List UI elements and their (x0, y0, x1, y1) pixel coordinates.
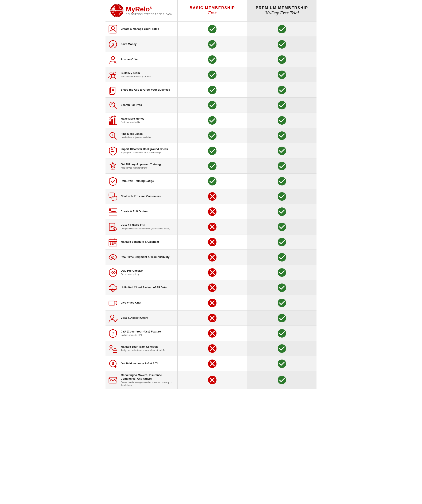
offer-icon (108, 54, 118, 65)
feature-row: $Save Money (106, 37, 316, 52)
svg-rect-23 (109, 121, 111, 124)
feature-desc: Post your availability (121, 121, 144, 124)
feature-label: Post an Offer (106, 52, 177, 67)
svg-rect-46 (111, 209, 117, 209)
premium-check-cell (247, 341, 316, 356)
dod-icon (108, 267, 118, 278)
feature-name: Marketing to Movers, Insurance Companies… (121, 373, 175, 381)
svg-point-9 (111, 56, 115, 60)
svg-point-73 (112, 332, 114, 334)
feature-label: Share the App to Grow your Business (106, 82, 177, 97)
svg-rect-63 (112, 242, 113, 244)
feature-text: View & Accept Offers (121, 316, 148, 320)
check-icon (277, 55, 286, 64)
x-icon (208, 268, 217, 277)
x-icon (208, 329, 217, 338)
feature-desc: Import your CID number for a profile bad… (121, 151, 168, 154)
feature-row: CYA (Cover-Your-@ss) FeatureReduce claim… (106, 326, 316, 341)
basic-check-cell (177, 250, 247, 265)
feature-name: Make More Money (121, 117, 144, 121)
svg-rect-66 (112, 244, 113, 245)
feature-text: Create & Manage Your Profile (121, 27, 159, 31)
check-icon (277, 329, 286, 338)
x-icon (208, 359, 217, 368)
feature-text: Manage Your Team ScheduleAssign and invi… (121, 345, 165, 352)
team-icon (108, 70, 118, 80)
feature-name: Get Paid Instantly & Get A Tip (121, 362, 159, 366)
profile-icon (108, 24, 118, 34)
premium-check-cell (247, 280, 316, 295)
check-icon (277, 253, 286, 262)
svg-line-85 (114, 380, 117, 382)
logo-text-group: MyRelo® RELOCATION STRESS FREE & EASY (126, 6, 173, 15)
feature-row: Search For Pros (106, 98, 316, 113)
basic-check-cell (177, 22, 247, 36)
check-icon (208, 40, 217, 49)
feature-label: Manage Schedule & Calendar (106, 234, 177, 249)
feature-text: Make More MoneyPost your availability (121, 117, 144, 124)
premium-check-cell (247, 174, 316, 189)
check-icon (208, 85, 217, 94)
svg-rect-44 (109, 209, 111, 209)
premium-check-cell (247, 98, 316, 113)
premium-check-cell (247, 219, 316, 234)
feature-text: Search For Pros (121, 103, 142, 107)
feature-name: CYA (Cover-Your-@ss) Feature (121, 330, 161, 334)
basic-check-cell (177, 371, 247, 389)
x-icon (208, 192, 217, 201)
basic-check-cell (177, 128, 247, 143)
acceptoffers-icon (108, 313, 118, 323)
svg-text:$: $ (112, 361, 114, 366)
check-icon (208, 55, 217, 64)
premium-column-title: PREMIUM MEMBERSHIP (256, 6, 308, 10)
feature-table: Create & Manage Your Profile$Save MoneyP… (106, 22, 316, 389)
search-icon (108, 100, 118, 110)
check-icon (208, 101, 217, 110)
feature-text: Chat with Pros and Customers (121, 195, 161, 198)
feature-row: Create & Edit Orders (106, 204, 316, 219)
check-icon (208, 162, 217, 170)
svg-rect-36 (111, 150, 115, 150)
check-icon (208, 146, 217, 155)
chat-icon (108, 191, 118, 202)
feature-text: DoD Pre-Check®Get on base quickly (121, 269, 143, 276)
premium-check-cell (247, 143, 316, 158)
feature-label: Make More MoneyPost your availability (106, 113, 177, 128)
check-icon (277, 146, 286, 155)
feature-desc: Reduce claims by 90% (121, 334, 161, 336)
basic-check-cell (177, 98, 247, 113)
x-icon (208, 222, 217, 231)
basic-check-cell (177, 356, 247, 371)
feature-name: Live Video Chat (121, 301, 141, 305)
feature-row: Real-Time Shipment & Team Visibility (106, 250, 316, 265)
feature-name: Manage Schedule & Calendar (121, 240, 159, 244)
military-icon (108, 161, 118, 171)
feature-label: Unlimited Cloud Backup of All Data (106, 280, 177, 295)
check-icon (277, 283, 286, 292)
svg-rect-45 (109, 210, 111, 210)
feature-label: Create & Manage Your Profile (106, 22, 177, 36)
feature-label: Search For Pros (106, 98, 177, 113)
basic-check-cell (177, 219, 247, 234)
premium-check-cell (247, 82, 316, 97)
svg-point-6 (111, 27, 114, 30)
bgcheck-icon (108, 145, 118, 156)
feature-label: Chat with Pros and Customers (106, 189, 177, 204)
feature-name: ReloPro® Training Badge (121, 179, 154, 183)
x-icon (208, 238, 217, 246)
feature-label: $Save Money (106, 37, 177, 52)
premium-check-cell (247, 158, 316, 174)
cloud-icon (108, 282, 118, 293)
feature-label: Marketing to Movers, Insurance Companies… (106, 371, 177, 389)
premium-check-cell (247, 113, 316, 128)
premium-check-cell (247, 311, 316, 325)
svg-rect-24 (111, 119, 113, 124)
basic-check-cell (177, 52, 247, 67)
feature-row: Get Military-Approved TrainingHelp servi… (106, 158, 316, 174)
feature-label: Find More LoadsHundreds of shipments ava… (106, 128, 177, 143)
check-icon (208, 131, 217, 140)
check-icon (208, 177, 217, 186)
feature-label: ReloPro® Training Badge (106, 174, 177, 189)
feature-name: Search For Pros (121, 103, 142, 107)
svg-rect-25 (114, 118, 115, 124)
